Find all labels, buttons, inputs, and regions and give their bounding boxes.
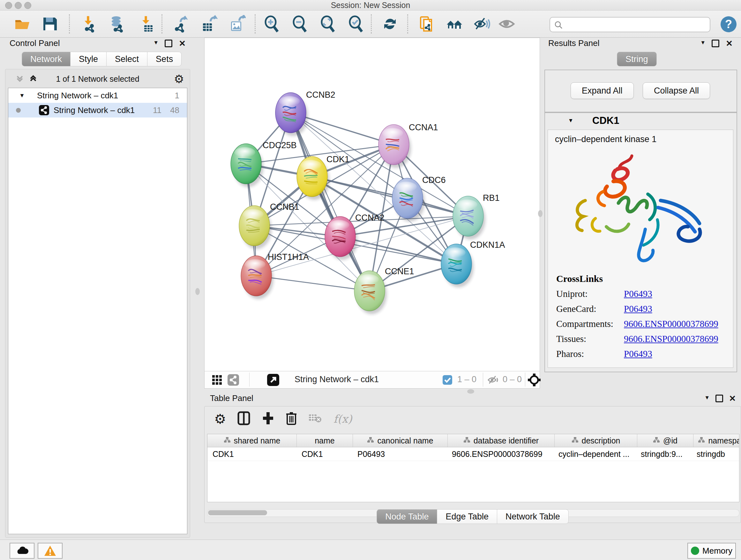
- tab-edge-table[interactable]: Edge Table: [437, 509, 497, 524]
- column-header-label: namespace: [708, 436, 739, 445]
- zoom-selected-icon[interactable]: [347, 15, 364, 33]
- column-header-canonical-name[interactable]: canonical name: [353, 434, 448, 447]
- zoom-in-icon[interactable]: [262, 15, 280, 33]
- collapse-all-button[interactable]: Collapse All: [643, 82, 710, 99]
- node-label-CCNB1: CCNB1: [270, 202, 299, 212]
- table-row[interactable]: CDK1CDK1P064939606.ENSP00000378699cyclin…: [207, 447, 739, 461]
- tab-style[interactable]: Style: [71, 52, 107, 66]
- refresh-icon[interactable]: [381, 15, 399, 33]
- clone-network-icon[interactable]: [417, 15, 435, 33]
- cloud-status-button[interactable]: [10, 543, 35, 559]
- import-network-file-icon[interactable]: [80, 15, 98, 33]
- panel-close-icon[interactable]: ✕: [179, 40, 186, 48]
- panel-close-icon[interactable]: ✕: [726, 40, 733, 48]
- network-collection-label: String Network – cdk1: [37, 88, 118, 103]
- entry-collapse-icon[interactable]: ▼: [568, 118, 574, 124]
- network-collection-count: 1: [175, 88, 179, 103]
- tab-select[interactable]: Select: [107, 52, 147, 66]
- network-node-CCNA2[interactable]: [325, 216, 357, 260]
- function-builder-icon[interactable]: f(x): [333, 413, 352, 425]
- tab-sets[interactable]: Sets: [147, 52, 182, 66]
- panel-float-icon[interactable]: [716, 395, 723, 402]
- open-in-window-icon[interactable]: [267, 374, 279, 387]
- column-header-description[interactable]: description: [555, 434, 637, 447]
- column-header-label: database identifier: [474, 436, 539, 445]
- export-table-icon[interactable]: [200, 15, 218, 33]
- expand-all-button[interactable]: Expand All: [570, 82, 634, 99]
- tab-network-table[interactable]: Network Table: [497, 509, 569, 524]
- show-panel-eye-icon[interactable]: [498, 15, 516, 33]
- help-button[interactable]: ?: [721, 16, 737, 32]
- crosslink-link[interactable]: 9606.ENSP00000378699: [624, 334, 718, 344]
- panel-menu-icon[interactable]: ▼: [700, 40, 705, 48]
- network-node-RB1[interactable]: [453, 196, 485, 240]
- search-input[interactable]: [567, 19, 706, 30]
- network-node-CCNE1[interactable]: [354, 271, 387, 314]
- add-column-icon[interactable]: [262, 411, 274, 427]
- splitter-handle[interactable]: [195, 288, 200, 295]
- network-node-HIST1H1A[interactable]: [241, 256, 273, 299]
- table-options-gear-icon[interactable]: ⚙: [214, 411, 226, 427]
- node-label-CCNB2: CCNB2: [306, 90, 335, 100]
- network-node-CDKN1A[interactable]: [441, 244, 474, 287]
- splitter-handle[interactable]: [467, 389, 474, 394]
- tree-expand-icon[interactable]: ▼: [19, 88, 25, 103]
- panel-close-icon[interactable]: ✕: [729, 395, 736, 403]
- network-node-CCNB1[interactable]: [239, 206, 272, 249]
- crosslink-link[interactable]: P06493: [624, 289, 652, 299]
- column-namespace-icon: [698, 436, 705, 445]
- network-node-CCNB2[interactable]: [275, 92, 308, 136]
- import-table-file-icon[interactable]: [137, 15, 155, 33]
- zoom-fit-icon[interactable]: [319, 15, 336, 33]
- zoom-out-icon[interactable]: [290, 15, 308, 33]
- column-namespace-icon: [463, 436, 470, 445]
- show-columns-icon[interactable]: [237, 411, 251, 427]
- network-collection-row[interactable]: ▼ String Network – cdk1 1: [8, 88, 187, 103]
- tab-network[interactable]: Network: [22, 52, 71, 66]
- crosslink-link[interactable]: P06493: [624, 349, 652, 359]
- crosslinks-title: CrossLinks: [556, 273, 733, 284]
- memory-button[interactable]: Memory: [687, 543, 736, 559]
- selected-checkbox-icon[interactable]: [443, 375, 452, 386]
- export-image-icon[interactable]: [228, 15, 246, 33]
- hidden-count-badge: 0 – 0: [502, 374, 522, 384]
- export-network-icon[interactable]: [172, 15, 190, 33]
- string-network-badge-icon[interactable]: [227, 374, 239, 387]
- panel-menu-icon[interactable]: ▼: [704, 395, 710, 403]
- panel-float-icon[interactable]: [712, 40, 719, 47]
- column-header-@id[interactable]: @id: [637, 434, 693, 447]
- entry-header[interactable]: ▼ CDK1: [545, 113, 737, 129]
- network-node-CDC6[interactable]: [392, 178, 425, 222]
- tab-node-table[interactable]: Node Table: [377, 509, 437, 524]
- crosslink-row: Tissues:9606.ENSP00000378699: [556, 334, 733, 344]
- hide-panel-eye-icon[interactable]: [473, 15, 491, 33]
- warnings-button[interactable]: [38, 543, 63, 559]
- splitter-handle[interactable]: [538, 210, 542, 217]
- save-session-icon[interactable]: [41, 15, 59, 33]
- clear-table-icon[interactable]: [308, 413, 322, 425]
- network-canvas[interactable]: CCNB2CCNA1CDC25BCDK1CDC6RB1CCNB1CCNA2CDK…: [205, 38, 540, 371]
- column-header-name[interactable]: name: [297, 434, 353, 447]
- delete-column-icon[interactable]: [285, 411, 297, 427]
- network-node-CDK1[interactable]: [297, 157, 329, 200]
- crosslink-label: Uniprot:: [556, 289, 624, 299]
- import-network-database-icon[interactable]: [108, 15, 126, 33]
- column-header-shared-name[interactable]: shared name: [207, 434, 297, 447]
- column-header-namespace[interactable]: namespace: [693, 434, 739, 447]
- grid-view-icon[interactable]: [212, 374, 222, 387]
- birdseye-crosshair-icon[interactable]: [528, 373, 541, 388]
- panel-menu-icon[interactable]: ▼: [153, 40, 158, 48]
- tab-string[interactable]: String: [617, 52, 657, 66]
- network-options-gear-icon[interactable]: ⚙: [174, 72, 184, 86]
- crosslink-link[interactable]: 9606.ENSP00000378699: [624, 319, 718, 329]
- column-header-database-identifier[interactable]: database identifier: [448, 434, 555, 447]
- home-networks-icon[interactable]: [446, 15, 463, 33]
- panel-float-icon[interactable]: [165, 40, 172, 47]
- node-label-HIST1H1A: HIST1H1A: [268, 252, 309, 262]
- toolbar-separator: [371, 14, 372, 34]
- network-edge-CCNB2-CCNE1[interactable]: [291, 113, 369, 291]
- open-session-icon[interactable]: [13, 15, 31, 33]
- network-row-selected[interactable]: String Network – cdk1 11 48: [8, 103, 187, 118]
- column-namespace-icon: [653, 436, 660, 445]
- crosslink-link[interactable]: P06493: [624, 304, 652, 314]
